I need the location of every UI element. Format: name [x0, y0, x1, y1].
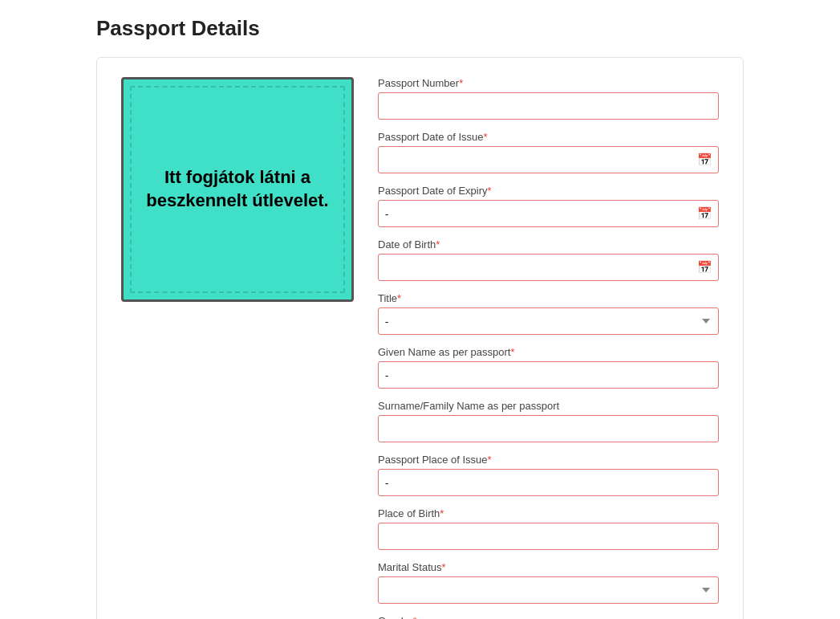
passport-date-expiry-group: Passport Date of Expiry* 📅: [378, 185, 719, 227]
passport-date-issue-label: Passport Date of Issue*: [378, 131, 719, 143]
passport-date-issue-group: Passport Date of Issue* 📅: [378, 131, 719, 173]
marital-status-label: Marital Status*: [378, 561, 719, 573]
passport-place-issue-group: Passport Place of Issue*: [378, 454, 719, 496]
form-fields: Passport Number* Passport Date of Issue*…: [378, 77, 719, 619]
passport-date-expiry-input[interactable]: [378, 200, 719, 227]
place-of-birth-label: Place of Birth*: [378, 507, 719, 519]
passport-number-label: Passport Number*: [378, 77, 719, 89]
marital-status-select[interactable]: Single Married Divorced Widowed: [378, 576, 719, 604]
title-select[interactable]: - Mr Mrs Ms Dr: [378, 307, 719, 335]
title-group: Title* - Mr Mrs Ms Dr: [378, 292, 719, 335]
passport-number-group: Passport Number*: [378, 77, 719, 120]
passport-placeholder-text: Itt fogjátok látni a beszkennelt útlevel…: [124, 153, 351, 225]
surname-group: Surname/Family Name as per passport: [378, 400, 719, 442]
marital-status-group: Marital Status* Single Married Divorced …: [378, 561, 719, 604]
date-of-birth-wrapper: 📅: [378, 254, 719, 281]
given-name-label: Given Name as per passport*: [378, 346, 719, 358]
gender-label: Gender*: [378, 615, 719, 619]
date-of-birth-input[interactable]: [378, 254, 719, 281]
passport-date-issue-wrapper: 📅: [378, 146, 719, 173]
place-of-birth-group: Place of Birth*: [378, 507, 719, 550]
gender-group: Gender* Male Female Other: [378, 615, 719, 619]
surname-label: Surname/Family Name as per passport: [378, 400, 719, 412]
passport-date-expiry-wrapper: 📅: [378, 200, 719, 227]
date-of-birth-group: Date of Birth* 📅: [378, 238, 719, 281]
passport-date-issue-input[interactable]: [378, 146, 719, 173]
passport-image-box: Itt fogjátok látni a beszkennelt útlevel…: [121, 77, 354, 302]
form-card: Itt fogjátok látni a beszkennelt útlevel…: [96, 57, 744, 619]
passport-date-expiry-label: Passport Date of Expiry*: [378, 185, 719, 197]
place-of-birth-input[interactable]: [378, 523, 719, 550]
passport-place-issue-label: Passport Place of Issue*: [378, 454, 719, 466]
title-label: Title*: [378, 292, 719, 304]
given-name-input[interactable]: [378, 361, 719, 389]
page-title: Passport Details: [96, 16, 744, 41]
date-of-birth-label: Date of Birth*: [378, 238, 719, 250]
passport-number-input[interactable]: [378, 92, 719, 120]
passport-preview: Itt fogjátok látni a beszkennelt útlevel…: [121, 77, 354, 619]
surname-input[interactable]: [378, 415, 719, 442]
given-name-group: Given Name as per passport*: [378, 346, 719, 389]
passport-place-issue-input[interactable]: [378, 469, 719, 496]
